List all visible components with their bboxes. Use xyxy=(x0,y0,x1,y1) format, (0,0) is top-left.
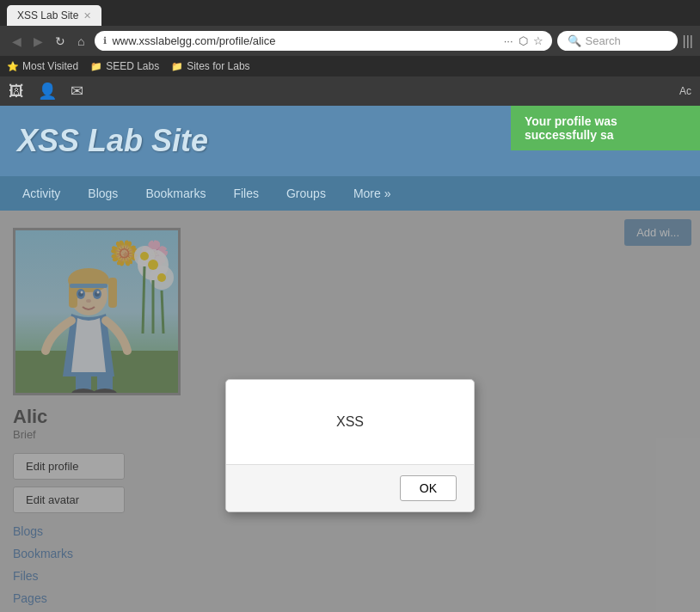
reload-button[interactable]: ↻ xyxy=(50,32,71,51)
address-text: www.xsslabelgg.com/profile/alice xyxy=(112,34,498,47)
pocket-icon[interactable]: ⬡ xyxy=(519,34,528,47)
forward-button[interactable]: ▶ xyxy=(28,32,48,51)
bookmark-label: Most Visited xyxy=(22,60,78,72)
tab-label: XSS Lab Site xyxy=(17,9,78,21)
bookmark-label: Sites for Labs xyxy=(187,60,249,72)
site-icon-bar: 🖼 👤 ✉ Ac xyxy=(0,76,700,106)
star-icon[interactable]: ☆ xyxy=(533,34,543,47)
site-title: XSS Lab Site xyxy=(17,123,208,159)
modal-ok-button[interactable]: OK xyxy=(400,475,457,501)
nav-bookmarks[interactable]: Bookmarks xyxy=(132,176,219,211)
active-tab[interactable]: XSS Lab Site ✕ xyxy=(7,5,101,26)
browser-chrome: XSS Lab Site ✕ ◀ ▶ ↻ ⌂ ℹ www.xsslabelgg.… xyxy=(0,0,700,76)
nav-activity[interactable]: Activity xyxy=(9,176,74,211)
site-header: XSS Lab Site Your profile was successful… xyxy=(0,106,700,176)
bookmark-most-visited[interactable]: ⭐ Most Visited xyxy=(7,60,78,72)
nav-buttons: ◀ ▶ ↻ ⌂ xyxy=(7,32,89,51)
bookmark-seed-labs[interactable]: 📁 SEED Labs xyxy=(90,60,159,72)
address-bar[interactable]: ℹ www.xsslabelgg.com/profile/alice ··· ⬡… xyxy=(95,31,551,51)
lock-icon: ℹ xyxy=(103,35,107,46)
search-bar[interactable]: 🔍 Search xyxy=(557,31,678,51)
star-bookmark-icon: ⭐ xyxy=(7,61,19,72)
nav-groups[interactable]: Groups xyxy=(273,176,340,211)
main-area: Add wi... 🌼🌸 xyxy=(0,211,700,612)
nav-blogs[interactable]: Blogs xyxy=(74,176,132,211)
bookmarks-bar: ⭐ Most Visited 📁 SEED Labs 📁 Sites for L… xyxy=(0,56,700,76)
modal-message: XSS xyxy=(336,414,364,429)
dots-menu[interactable]: ··· xyxy=(504,34,513,47)
address-actions: ··· ⬡ ☆ xyxy=(504,34,543,47)
browser-toolbar: ◀ ▶ ↻ ⌂ ℹ www.xsslabelgg.com/profile/ali… xyxy=(0,26,700,56)
folder-icon-2: 📁 xyxy=(171,61,183,72)
modal-dialog: XSS OK xyxy=(225,379,475,512)
account-text: Ac xyxy=(679,85,691,97)
tab-close-button[interactable]: ✕ xyxy=(83,10,91,21)
nav-more[interactable]: More » xyxy=(340,176,405,211)
image-icon[interactable]: 🖼 xyxy=(9,83,24,101)
site-nav: Activity Blogs Bookmarks Files Groups Mo… xyxy=(0,176,700,211)
modal-overlay: XSS OK xyxy=(0,211,700,612)
search-placeholder: Search xyxy=(586,34,621,47)
tabs-row: XSS Lab Site ✕ xyxy=(0,0,700,26)
bookmark-sites-for-labs[interactable]: 📁 Sites for Labs xyxy=(171,60,249,72)
library-icon[interactable]: ||| xyxy=(683,34,693,49)
folder-icon-1: 📁 xyxy=(90,61,102,72)
page-content: 🖼 👤 ✉ Ac XSS Lab Site Your profile was s… xyxy=(0,76,700,612)
search-icon: 🔍 xyxy=(568,34,581,47)
success-banner: Your profile was successfully sa xyxy=(511,106,700,150)
bookmark-label: SEED Labs xyxy=(106,60,159,72)
modal-body: XSS xyxy=(226,380,474,465)
back-button[interactable]: ◀ xyxy=(7,32,27,51)
mail-icon[interactable]: ✉ xyxy=(71,82,83,101)
nav-files[interactable]: Files xyxy=(219,176,273,211)
home-button[interactable]: ⌂ xyxy=(72,32,89,51)
user-icon[interactable]: 👤 xyxy=(38,82,57,101)
modal-footer: OK xyxy=(226,465,474,511)
